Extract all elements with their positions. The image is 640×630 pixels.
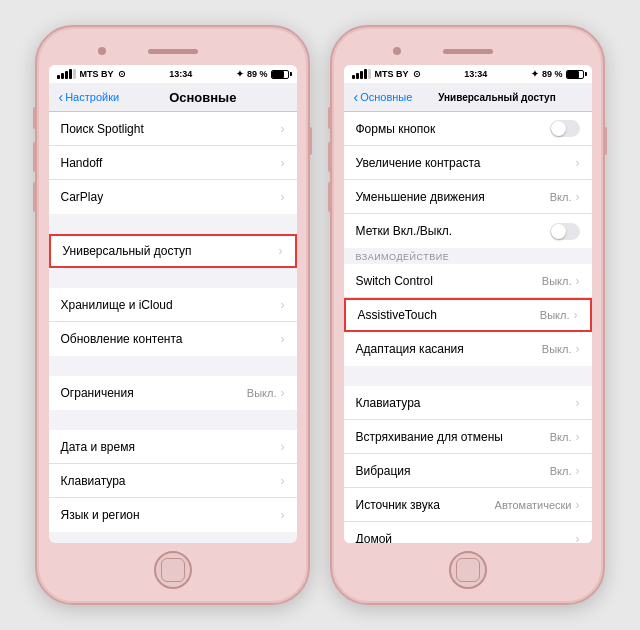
list-item[interactable]: Поиск Spotlight › — [49, 112, 297, 146]
item-right: › — [576, 396, 580, 410]
chevron-icon: › — [281, 508, 285, 522]
chevron-icon: › — [576, 342, 580, 356]
home-button-1[interactable] — [154, 551, 192, 589]
list-item[interactable]: Язык и регион › — [49, 498, 297, 532]
item-value: Выкл. — [542, 275, 572, 287]
item-value: Вкл. — [550, 465, 572, 477]
list-item[interactable]: Адаптация касания Выкл. › — [344, 332, 592, 366]
section-gap — [49, 410, 297, 430]
chevron-icon: › — [576, 190, 580, 204]
signal-dot-3 — [65, 71, 68, 79]
phone-1: MTS BY ⊙ 13:34 ✦ 89 % ‹ Настройки — [35, 25, 310, 605]
list-item[interactable]: Уменьшение движения Вкл. › — [344, 180, 592, 214]
item-label: Уменьшение движения — [356, 190, 485, 204]
chevron-icon: › — [576, 274, 580, 288]
list-item[interactable]: Метки Вкл./Выкл. — [344, 214, 592, 248]
list-item[interactable]: Встряхивание для отмены Вкл. › — [344, 420, 592, 454]
battery-percent-2: 89 % — [542, 69, 563, 79]
home-button-2[interactable] — [449, 551, 487, 589]
back-arrow-icon-2: ‹ — [354, 89, 359, 105]
list-item[interactable]: Обновление контента › — [49, 322, 297, 356]
item-label: Адаптация касания — [356, 342, 464, 356]
list-item[interactable]: Хранилище и iCloud › — [49, 288, 297, 322]
list-item[interactable]: Ограничения Выкл. › — [49, 376, 297, 410]
battery-icon — [271, 70, 289, 79]
chevron-icon: › — [279, 244, 283, 258]
universal-access-item[interactable]: Универсальный доступ › — [49, 234, 297, 268]
item-value: Автоматически — [495, 499, 572, 511]
item-label: Switch Control — [356, 274, 433, 288]
item-label: Источник звука — [356, 498, 440, 512]
item-right: › — [576, 156, 580, 170]
list-item[interactable]: Handoff › — [49, 146, 297, 180]
item-label: Ограничения — [61, 386, 134, 400]
toggle-labels[interactable] — [550, 223, 580, 240]
list-item[interactable]: Источник звука Автоматически › — [344, 488, 592, 522]
chevron-icon: › — [576, 464, 580, 478]
item-value: Вкл. — [550, 191, 572, 203]
toggle-forms[interactable] — [550, 120, 580, 137]
nav-title-1: Основные — [119, 90, 286, 105]
list-item[interactable]: Увеличение контраста › — [344, 146, 592, 180]
signal-dot-3 — [360, 71, 363, 79]
status-right-2: ✦ 89 % — [531, 69, 584, 79]
list-item[interactable]: Дата и время › — [49, 430, 297, 464]
chevron-icon: › — [574, 308, 578, 322]
item-label: Язык и регион — [61, 508, 140, 522]
item-label: Клавиатура — [356, 396, 421, 410]
signal-dot-4 — [364, 69, 367, 79]
camera-dot — [98, 47, 106, 55]
signal-dots-2 — [352, 69, 371, 79]
back-label-2: Основные — [360, 91, 412, 103]
item-value: Выкл. — [542, 343, 572, 355]
item-label: Встряхивание для отмены — [356, 430, 503, 444]
list-item[interactable]: Формы кнопок — [344, 112, 592, 146]
item-right: › — [281, 440, 285, 454]
signal-dot-2 — [356, 73, 359, 79]
list-item[interactable]: Switch Control Выкл. › — [344, 264, 592, 298]
back-button-1[interactable]: ‹ Настройки — [59, 89, 120, 105]
item-value: Вкл. — [550, 431, 572, 443]
wifi-icon: ⊙ — [118, 69, 126, 79]
chevron-icon: › — [576, 156, 580, 170]
back-button-2[interactable]: ‹ Основные — [354, 89, 413, 105]
time-display-2: 13:34 — [464, 69, 487, 79]
speaker-2 — [443, 49, 493, 54]
item-right: › — [281, 122, 285, 136]
item-label: Хранилище и iCloud — [61, 298, 173, 312]
list-item[interactable]: Клавиатура › — [344, 386, 592, 420]
toggle-knob — [551, 224, 566, 239]
chevron-icon: › — [281, 298, 285, 312]
item-right — [550, 223, 580, 240]
section-2-group1: Формы кнопок Увеличение контраста › — [344, 112, 592, 248]
item-label: Handoff — [61, 156, 103, 170]
assistivetouch-item[interactable]: AssistiveTouch Выкл. › — [344, 298, 592, 332]
list-item[interactable]: Клавиатура › — [49, 464, 297, 498]
status-bar-2: MTS BY ⊙ 13:34 ✦ 89 % — [344, 65, 592, 83]
item-right: › — [281, 508, 285, 522]
chevron-icon: › — [281, 190, 285, 204]
section-2-group2: Switch Control Выкл. › AssistiveTouch Вы… — [344, 264, 592, 366]
list-item[interactable]: Домой › — [344, 522, 592, 543]
status-bar: MTS BY ⊙ 13:34 ✦ 89 % — [49, 65, 297, 83]
item-right: › — [281, 190, 285, 204]
phone-1-screen: MTS BY ⊙ 13:34 ✦ 89 % ‹ Настройки — [49, 65, 297, 543]
settings-list-1: Поиск Spotlight › Handoff › CarPlay — [49, 112, 297, 543]
list-item[interactable]: Вибрация Вкл. › — [344, 454, 592, 488]
volume-down-button-2 — [328, 182, 332, 212]
chevron-icon: › — [281, 332, 285, 346]
item-label: Домой — [356, 532, 393, 543]
section-gap — [344, 366, 592, 386]
speaker — [148, 49, 198, 54]
item-right: Вкл. › — [550, 430, 580, 444]
item-right: Выкл. › — [542, 274, 580, 288]
item-value: Выкл. — [540, 309, 570, 321]
battery-fill — [272, 71, 285, 78]
signal-dots — [57, 69, 76, 79]
item-right: Выкл. › — [540, 308, 578, 322]
back-label-1: Настройки — [65, 91, 119, 103]
list-item[interactable]: CarPlay › — [49, 180, 297, 214]
item-right: › — [279, 244, 283, 258]
item-label: Формы кнопок — [356, 122, 436, 136]
battery-percent: 89 % — [247, 69, 268, 79]
